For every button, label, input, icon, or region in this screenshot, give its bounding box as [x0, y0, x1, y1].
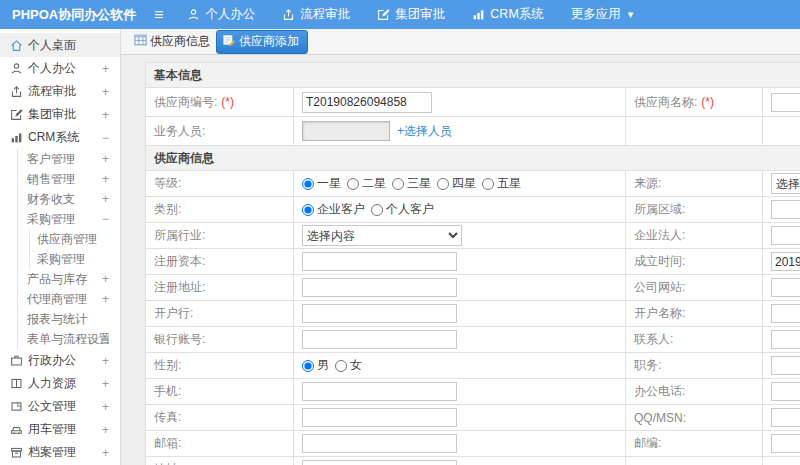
- expand-toggle[interactable]: +: [102, 354, 109, 368]
- expand-toggle[interactable]: +: [102, 292, 109, 306]
- level-radio-3[interactable]: [392, 178, 404, 190]
- company-website-input[interactable]: [771, 278, 800, 297]
- level-option-1[interactable]: 一星: [302, 175, 341, 192]
- sidebar-item-agent-mgmt[interactable]: 代理商管理 +: [18, 289, 120, 309]
- sidebar-item-label: CRM系统: [28, 129, 102, 146]
- supplier-no-input[interactable]: [302, 92, 432, 113]
- supplier-name-input[interactable]: [771, 93, 800, 112]
- email-input[interactable]: [302, 434, 457, 453]
- sidebar-item-workflow-approval[interactable]: 流程审批 +: [0, 80, 120, 103]
- level-option-3[interactable]: 三星: [392, 175, 431, 192]
- expand-toggle[interactable]: +: [102, 446, 109, 460]
- legal-person-input[interactable]: [771, 226, 800, 245]
- collapse-toggle[interactable]: −: [102, 212, 109, 226]
- sidebar-item-archive-mgmt[interactable]: 档案管理 +: [0, 441, 120, 464]
- level-option-2[interactable]: 二星: [347, 175, 386, 192]
- fax-label: 传真:: [146, 405, 294, 431]
- expand-toggle[interactable]: +: [102, 85, 109, 99]
- nav-item-group-approval[interactable]: 集团审批: [377, 6, 445, 23]
- account-name-input[interactable]: [771, 304, 800, 323]
- table-row: 地址:: [146, 457, 800, 465]
- level-option-5[interactable]: 五星: [482, 175, 521, 192]
- sidebar-item-personal-desktop[interactable]: 个人桌面: [0, 33, 120, 57]
- expand-toggle[interactable]: +: [102, 108, 109, 122]
- region-input[interactable]: [771, 200, 800, 219]
- expand-toggle[interactable]: +: [102, 377, 109, 391]
- expand-toggle[interactable]: +: [102, 423, 109, 437]
- select-staff-link[interactable]: +选择人员: [397, 124, 452, 138]
- sidebar-item-document-mgmt[interactable]: 公文管理 +: [0, 395, 120, 418]
- sidebar-item-product-inventory[interactable]: 产品与库存 +: [18, 269, 120, 289]
- level-radio-1[interactable]: [302, 178, 314, 190]
- category-radio-enterprise[interactable]: [302, 204, 314, 216]
- level-radio-4[interactable]: [437, 178, 449, 190]
- sidebar-item-personal-office[interactable]: 个人办公 +: [0, 57, 120, 80]
- source-select[interactable]: 选择内容: [771, 173, 800, 194]
- category-option-personal[interactable]: 个人客户: [371, 201, 434, 218]
- registered-address-input[interactable]: [302, 278, 457, 297]
- level-option-4[interactable]: 四星: [437, 175, 476, 192]
- sidebar-item-sales-mgmt[interactable]: 销售管理 +: [18, 169, 120, 189]
- sidebar-item-purchase[interactable]: 采购管理: [30, 249, 120, 269]
- level-radio-5[interactable]: [482, 178, 494, 190]
- establish-date-input[interactable]: [771, 252, 800, 271]
- sidebar-item-customer-mgmt[interactable]: 客户管理 +: [18, 149, 120, 169]
- supplier-no-cell: [294, 88, 626, 117]
- category-radio-personal[interactable]: [371, 204, 383, 216]
- sidebar-item-form-flow-settings[interactable]: 表单与流程设置+: [18, 329, 120, 349]
- sidebar-item-hr[interactable]: 人力资源 +: [0, 372, 120, 395]
- expand-toggle[interactable]: +: [102, 192, 109, 206]
- gender-radio-female[interactable]: [335, 360, 347, 372]
- qq-msn-input[interactable]: [771, 408, 800, 427]
- radio-label: 一星: [317, 175, 341, 192]
- zip-input[interactable]: [771, 434, 800, 453]
- gender-option-male[interactable]: 男: [302, 357, 329, 374]
- registered-capital-input[interactable]: [302, 252, 457, 271]
- industry-select[interactable]: 选择内容: [302, 225, 462, 246]
- nav-item-personal-office[interactable]: 个人办公: [187, 6, 255, 23]
- radio-label: 女: [350, 357, 362, 374]
- nav-item-more-apps[interactable]: 更多应用 ▾: [571, 6, 634, 23]
- nav-item-workflow-approval[interactable]: 流程审批: [282, 6, 350, 23]
- expand-toggle[interactable]: +: [102, 272, 109, 286]
- empty-cell: [763, 457, 800, 465]
- sidebar-item-supplier-mgmt[interactable]: 供应商管理: [30, 229, 120, 249]
- sidebar-item-crm-system[interactable]: CRM系统 −: [0, 126, 120, 149]
- bank-account-input[interactable]: [302, 330, 457, 349]
- expand-toggle[interactable]: +: [102, 62, 109, 76]
- region-cell: [763, 197, 800, 223]
- bank-input[interactable]: [302, 304, 457, 323]
- gender-option-female[interactable]: 女: [335, 357, 362, 374]
- address-input[interactable]: [302, 460, 457, 465]
- collapse-toggle[interactable]: −: [102, 131, 109, 145]
- sidebar-item-reports-stats[interactable]: 报表与统计: [18, 309, 120, 329]
- tab-supplier-add[interactable]: 供应商添加: [216, 30, 308, 54]
- category-option-enterprise[interactable]: 企业客户: [302, 201, 365, 218]
- mobile-input[interactable]: [302, 382, 457, 401]
- sidebar-item-group-approval[interactable]: 集团审批 +: [0, 103, 120, 126]
- sidebar-item-finance[interactable]: 财务收支 +: [18, 189, 120, 209]
- gender-radio-male[interactable]: [302, 360, 314, 372]
- document-icon: [10, 400, 28, 413]
- hamburger-menu-icon[interactable]: ≡: [148, 7, 169, 23]
- region-label: 所属区域:: [626, 197, 763, 223]
- expand-toggle[interactable]: +: [102, 400, 109, 414]
- sidebar-item-purchase-mgmt[interactable]: 采购管理 −: [18, 209, 120, 229]
- sidebar-item-label: 表单与流程设置+: [27, 331, 109, 348]
- fax-input[interactable]: [302, 408, 457, 427]
- sidebar-item-vehicle-mgmt[interactable]: 用车管理 +: [0, 418, 120, 441]
- contact-input[interactable]: [771, 330, 800, 349]
- add-form-icon: [223, 34, 235, 49]
- sidebar-item-admin-office[interactable]: 行政办公 +: [0, 349, 120, 372]
- body-row: 个人桌面 个人办公 + 流程审批 + 集团审批 + CRM系统 −: [0, 29, 800, 465]
- level-radio-2[interactable]: [347, 178, 359, 190]
- tab-supplier-info[interactable]: 供应商信息: [134, 33, 210, 50]
- office-phone-input[interactable]: [771, 382, 800, 401]
- nav-item-crm-system[interactable]: CRM系统: [472, 6, 543, 23]
- expand-toggle[interactable]: +: [102, 172, 109, 186]
- supplier-add-form: 基本信息 供应商编号:(*) 供应商名称:(*) 业务人员: +选择人员: [121, 55, 800, 465]
- bank-label: 开户行:: [146, 301, 294, 327]
- expand-toggle[interactable]: +: [102, 152, 109, 166]
- staff-input[interactable]: [302, 121, 390, 141]
- position-input[interactable]: [771, 356, 800, 375]
